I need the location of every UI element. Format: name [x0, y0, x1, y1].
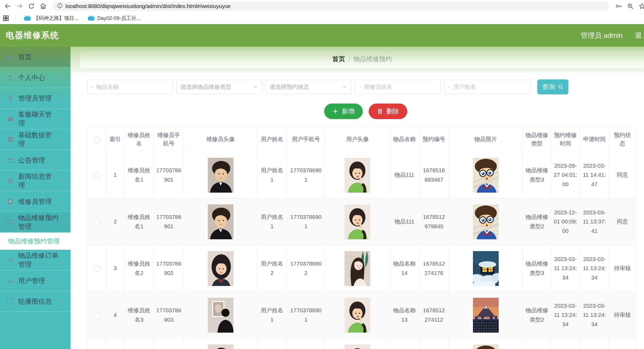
index-cell [106, 339, 124, 349]
sidebar-item-carousel-management[interactable]: 轮播图信息 [0, 291, 71, 312]
status-select[interactable]: 请选择预约状态 [266, 79, 351, 94]
sidebar-item-notice-management[interactable]: 公告管理 [0, 150, 71, 171]
column-header: 申请时间 [580, 127, 609, 152]
user-name-filter[interactable] [444, 79, 530, 94]
repairman-name-input[interactable] [364, 84, 437, 90]
app-header: 电器维修系统 管理员 admin 退 [0, 24, 644, 47]
app-title: 电器维修系统 [6, 30, 59, 41]
shop-icon [6, 136, 14, 143]
delete-button-label: 删除 [386, 107, 399, 116]
refresh-icon[interactable] [26, 1, 36, 11]
order-no-cell: 1678512274176 [419, 245, 449, 292]
item-name-input[interactable] [96, 84, 169, 90]
repairman-name-cell: 维修员姓名1 [124, 199, 154, 245]
search-icon [558, 84, 564, 90]
chevron-down-icon [253, 84, 258, 90]
sidebar-item-news-management[interactable]: 新闻信息管理 [0, 171, 71, 191]
sidebar-item-user-management[interactable]: 用户管理 [0, 270, 71, 291]
row-checkbox[interactable] [94, 172, 100, 178]
table-row: 4维修员姓名317703786903用户姓名117703786901物品名称13… [87, 292, 636, 339]
bookmark-item[interactable]: Day02-09-员工分... [85, 14, 143, 23]
filter-bar: 请选择物品维修类型 请选择预约状态 查询 [87, 79, 644, 94]
sidebar: 首页个人中心管理员管理客服聊天管理基础数据管理公告管理新闻信息管理维修员管理物品… [0, 47, 71, 349]
bookmark-star-icon[interactable] [637, 1, 644, 11]
column-header: 维修员头像 [184, 127, 257, 152]
appoint-time-cell: 2023-03-11 13:24:34 [551, 245, 580, 292]
table-row: 1维修员姓名117703786901用户姓名117703786901物品1111… [87, 152, 636, 199]
repair-type-cell: 物品维修类型3 [523, 152, 551, 199]
sidebar-item-home[interactable]: 首页 [0, 47, 71, 67]
briefcase-icon [6, 115, 14, 123]
back-icon[interactable] [3, 1, 13, 11]
search-button[interactable]: 查询 [537, 79, 568, 94]
people-icon [6, 156, 14, 164]
crop-icon [6, 297, 14, 305]
password-key-icon[interactable] [613, 1, 624, 11]
column-header: 用户头像 [325, 127, 390, 152]
home-icon[interactable] [38, 1, 48, 11]
item-name-filter[interactable] [87, 79, 173, 94]
sidebar-item-base-data-management[interactable]: 基础数据管理 [0, 129, 71, 150]
bookmark-item[interactable]: 【码神之路】项目... [21, 14, 81, 23]
chevron-down-icon [58, 178, 64, 184]
repairman-phone-cell: 17703786903 [154, 292, 184, 339]
apply-time-cell [580, 339, 609, 349]
user-phone-cell [287, 339, 325, 349]
repairman-phone-cell: 17703786902 [154, 245, 184, 292]
logout-link[interactable]: 退 [635, 31, 642, 40]
appoint-time-cell [551, 339, 580, 349]
item-name-cell: 物品111 [390, 152, 419, 199]
sidebar-item-label: 首页 [18, 53, 32, 61]
item-name-cell: 物品111 [390, 199, 419, 245]
man-portrait-photo [208, 204, 234, 239]
user-name-input[interactable] [453, 84, 526, 90]
sidebar-item-item-repair-order-management[interactable]: 物品维修订单管理 [0, 250, 71, 270]
checkbox-cell [87, 292, 106, 339]
conan-photo [473, 158, 499, 193]
add-button[interactable]: 新增 [324, 104, 363, 119]
column-header: 物品名称 [390, 127, 419, 152]
delete-button[interactable]: 删除 [369, 104, 407, 119]
sidebar-item-profile[interactable]: 个人中心 [0, 67, 71, 88]
sidebar-item-item-repair-appointment-management[interactable]: 物品维修预约管理 [0, 212, 71, 233]
repair-type-cell: 物品维修类型3 [523, 245, 551, 292]
user-name-cell: 用户姓名2 [257, 245, 287, 292]
address-bar[interactable]: localhost:8080/diqnqiweixiuxitong/admin/… [53, 1, 609, 11]
breadcrumb: 首页 / 物品维修预约 [80, 50, 644, 68]
sidebar-item-service-chat-management[interactable]: 客服聊天管理 [0, 109, 71, 129]
search-icon [91, 84, 94, 90]
trash-icon [377, 108, 383, 115]
select-all-checkbox[interactable] [94, 137, 100, 143]
row-checkbox[interactable] [94, 266, 100, 272]
table-actions: 新增 删除 [87, 104, 644, 119]
forward-icon[interactable] [14, 1, 25, 11]
site-info-icon[interactable] [57, 3, 63, 10]
select-placeholder: 请选择预约状态 [270, 83, 309, 91]
column-header: 用户手机号 [287, 127, 325, 152]
row-checkbox[interactable] [94, 313, 100, 318]
repair-type-select[interactable]: 请选择物品维修类型 [176, 79, 262, 94]
bilibili-icon [24, 15, 31, 21]
table-row: 3维修员姓名217703786902用户姓名217703786902物品名称14… [87, 245, 636, 292]
user-name-cell [257, 339, 287, 349]
repairman-name-filter[interactable] [355, 79, 441, 94]
repair-type-cell [523, 339, 551, 349]
user-name-cell: 用户姓名1 [257, 292, 287, 339]
sidebar-item-admin-management[interactable]: 管理员管理 [0, 88, 71, 109]
sidebar-subitem-item-repair-appointment[interactable]: 物品维修预约管理 [0, 233, 71, 250]
breadcrumb-home[interactable]: 首页 [332, 55, 345, 63]
repairman-avatar-cell [184, 152, 257, 199]
zoom-in-icon[interactable] [625, 1, 635, 11]
index-cell: 2 [106, 199, 124, 245]
user-avatar-cell [325, 339, 390, 349]
sidebar-item-label: 用户管理 [18, 276, 45, 285]
row-checkbox[interactable] [94, 219, 100, 225]
current-user[interactable]: 管理员 admin [581, 31, 623, 40]
repair-type-cell: 物品维修类型2 [523, 292, 551, 339]
chevron-down-icon [58, 116, 64, 122]
sidebar-item-repairman-management[interactable]: 维修员管理 [0, 191, 71, 212]
appointments-table: 索引维修员姓名维修员手机号维修员头像用户姓名用户手机号用户头像物品名称预约编号物… [87, 127, 636, 349]
apps-grid-icon[interactable] [3, 15, 9, 21]
index-cell: 3 [106, 245, 124, 292]
checkbox-header [87, 127, 106, 152]
